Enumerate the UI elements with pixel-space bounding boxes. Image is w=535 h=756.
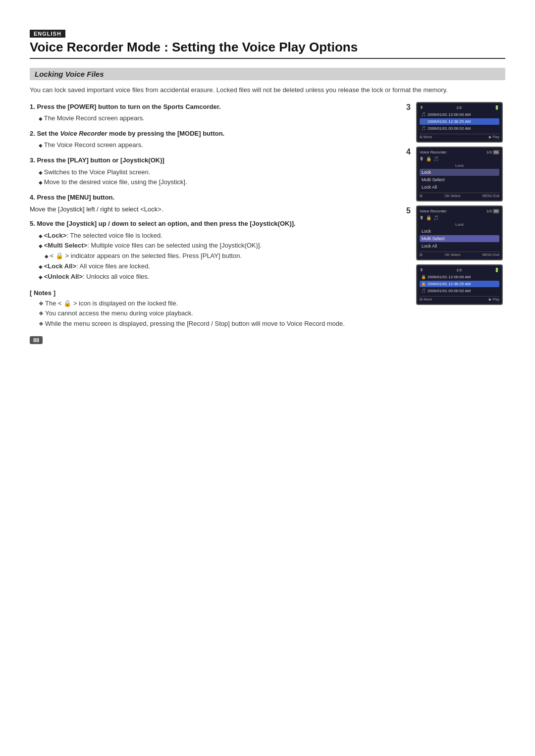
step-4-title: 4. Press the [MENU] button. [30,193,396,202]
screen-3-battery: 🔋 [494,105,499,110]
screen-3-icon: 🎙 [420,105,424,110]
step-5-bullet-2: <Multi Select>: Multiple voice files can… [30,241,396,251]
move-label: ⊞ Move [420,298,432,302]
step-5-sub-bullet: < 🔒 > indicator appears on the selected … [30,251,396,261]
step-5-title: 5. Move the [Joystick] up / down to sele… [30,219,396,229]
note-3: While the menu screen is displayed, pres… [30,319,396,329]
page-wrapper: ENGLISH Voice Recorder Mode : Setting th… [30,30,505,344]
select-label: OK Select [445,253,461,257]
screen-3-topbar: 🎙 1/3 🔋 [420,105,499,110]
step-4-subtitle: Move the [Joystick] left / right to sele… [30,204,396,214]
screen-5-icons: 🎙 🔒 🎵 [420,215,499,220]
file-lock: 🔒 [421,275,426,279]
step-3-bullet-1: Switches to the Voice Playlist screen. [30,167,396,178]
file-icon: 🎵 [421,112,426,117]
left-content: 1. Press the [POWER] button to turn on t… [30,102,396,345]
intro-text: You can lock saved important voice files… [30,85,505,95]
move-label: ⊞ [420,253,423,257]
menu-item-lock-5: Lock [420,228,499,235]
menu-item-lockall-5: Lock All [420,243,499,250]
screen-3-file-1: 🎵 2006/01/01 12:00:00 AM [420,111,499,118]
step-5-bullet-4: <Unlock All>: Unlocks all voice files. [30,272,396,282]
play-label: ▶ Play [489,135,499,139]
move-label: ⊞ [420,194,423,198]
step-3-bullet-2: Move to the desired voice file, using th… [30,177,396,188]
screen-6: 🎙 1/3 🔋 🔒 2006/01/01 12:00:00 AM 🔒 2006/… [416,264,503,305]
screen-5-title: Voice Recorder [420,209,447,213]
menu-item-lock: Lock [420,169,499,176]
step-3: 3. Press the [PLAY] button or [Joystick(… [30,155,396,188]
file-lock: 🎵 [421,289,426,293]
lock-label-5: Lock [420,222,499,227]
screen-4: Voice Recorder 1/3 IN 🎙 🔒 🎵 Lock Lock Mu… [416,147,503,202]
menu-item-multiselect: Multi Select [420,176,499,183]
screen-4-titlebar: Voice Recorder 1/3 IN [420,150,499,154]
english-badge: ENGLISH [30,30,65,38]
step-5-bullet-1: <Lock>: The selected voice file is locke… [30,231,396,241]
screen-6-file-1: 🔒 2006/01/01 12:00:00 AM [420,274,499,280]
step-4: 4. Press the [MENU] button. Move the [Jo… [30,193,396,214]
lock-label: Lock [420,163,499,168]
screen-4-title: Voice Recorder [420,150,447,154]
file-time: 2006/01/01 00:00:02 AM [428,126,471,131]
menu-item-multiselect-5: Multi Select [420,235,499,242]
screen-6-bottombar: ⊞ Move ▶ Play [420,296,499,302]
exit-label: MENU Exit [482,253,499,257]
step-5: 5. Move the [Joystick] up / down to sele… [30,219,396,282]
step-2-bullet-1: The Voice Record screen appears. [30,140,396,151]
step-1-title: 1. Press the [POWER] button to turn on t… [30,102,396,112]
screen-3-file-3: 🎵 2006/01/01 00:00:02 AM [420,125,499,132]
screen-4-counter: 1/3 IN [486,150,499,154]
note-1: The < 🔒 > icon is displayed on the locke… [30,299,396,309]
step-3-title: 3. Press the [PLAY] button or [Joystick(… [30,155,396,165]
screen-5-bottombar: ⊞ OK Select MENU Exit [420,252,499,257]
file-icon: 🎵 [421,119,426,124]
icon-mic: 🎵 [433,215,439,220]
note-2: You cannot access the menu during voice … [30,308,396,319]
icon-cam: 🎙 [420,156,424,161]
notes-section: [ Notes ] The < 🔒 > icon is displayed on… [30,289,396,329]
screen-4-item: 4 Voice Recorder 1/3 IN 🎙 🔒 🎵 Lock Lock … [406,147,505,202]
step-1: 1. Press the [POWER] button to turn on t… [30,102,396,124]
screen-5-item: 5 Voice Recorder 1/3 IN 🎙 🔒 🎵 Lock Lock … [406,205,505,260]
page-title: Voice Recorder Mode : Setting the Voice … [30,40,505,59]
file-time: 2006/01/01 12:36:25 AM [428,282,471,286]
notes-title: [ Notes ] [30,289,396,297]
move-label: ⊞ Move [420,135,432,139]
step-5-bullet-3: <Lock All>: All voice files are locked. [30,261,396,272]
page-number: 88 [30,336,43,344]
screen-6-counter: 1/3 [456,268,462,272]
screen-4-number: 4 [406,147,414,156]
file-time: 2006/01/01 00:00:02 AM [428,289,471,293]
screen-3-bottombar: ⊞ Move ▶ Play [420,134,499,139]
screen-6-topbar: 🎙 1/3 🔋 [420,268,499,272]
screen-6-battery: 🔋 [494,268,499,272]
screen-4-icons: 🎙 🔒 🎵 [420,156,499,161]
screen-5-counter: 1/3 IN [486,209,499,213]
screen-6-icon: 🎙 [420,268,424,272]
file-icon: 🎵 [421,126,426,131]
select-label: OK Select [445,194,461,198]
screen-5-number: 5 [406,205,414,215]
icon-mic: 🎵 [433,156,439,161]
screen-4-bottombar: ⊞ OK Select MENU Exit [420,193,499,198]
step-2: 2. Set the Voice Recorder mode by pressi… [30,129,396,151]
play-label: ▶ Play [489,298,499,302]
screen-3-counter: 1/3 [456,105,462,110]
section-header: Locking Voice Files [30,68,505,80]
right-screenshots: 3 🎙 1/3 🔋 🎵 2006/01/01 12:00:00 AM 🎵 200… [406,102,505,345]
file-lock: 🔒 [421,282,426,286]
screen-3-number: 3 [406,102,414,112]
file-time: 2006/01/01 12:00:00 AM [428,112,471,117]
icon-lock: 🔒 [426,215,431,220]
menu-item-lockall: Lock All [420,184,499,191]
step-2-title: 2. Set the Voice Recorder mode by pressi… [30,129,396,139]
screen-6-file-2: 🔒 2006/01/01 12:36:25 AM [420,281,499,287]
exit-label: MENU Exit [482,194,499,198]
screen-3: 🎙 1/3 🔋 🎵 2006/01/01 12:00:00 AM 🎵 2006/… [416,102,503,143]
screen-5: Voice Recorder 1/3 IN 🎙 🔒 🎵 Lock Lock Mu… [416,205,503,260]
screen-6-item: 6 🎙 1/3 🔋 🔒 2006/01/01 12:00:00 AM 🔒 200… [406,264,505,305]
screen-3-item: 3 🎙 1/3 🔋 🎵 2006/01/01 12:00:00 AM 🎵 200… [406,102,505,143]
file-time: 2006/01/01 12:00:00 AM [428,275,471,279]
screen-5-titlebar: Voice Recorder 1/3 IN [420,209,499,213]
